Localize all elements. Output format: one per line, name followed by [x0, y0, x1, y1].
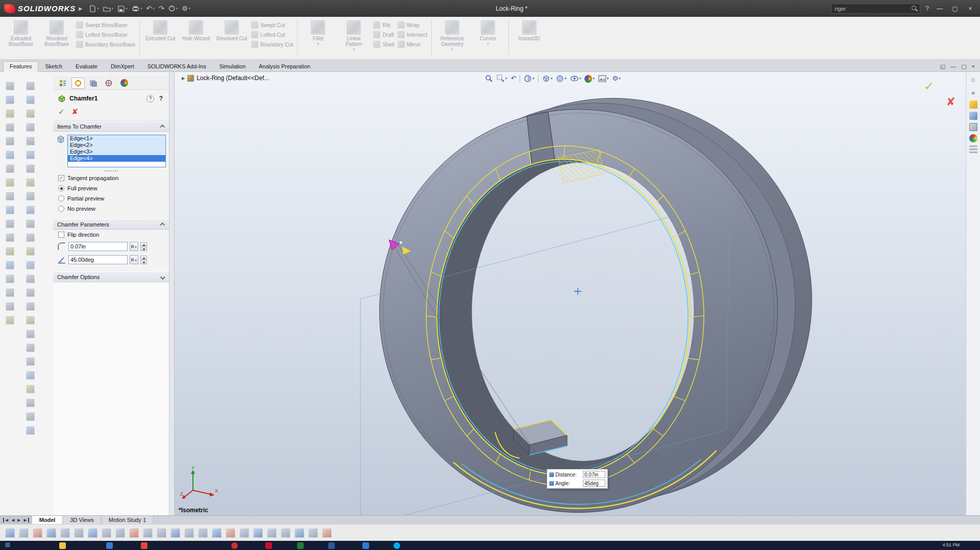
taskbar-app-icon[interactable] — [328, 542, 335, 549]
doc-restore-icon[interactable]: ▢ — [961, 63, 966, 70]
doc-dock-icon[interactable]: ◱ — [940, 63, 945, 70]
rib-button[interactable]: Rib — [372, 21, 396, 29]
hole-wizard-button[interactable]: Hole Wizard — [178, 19, 214, 43]
toolbar-icon[interactable] — [157, 528, 166, 538]
toolbar-icon[interactable] — [6, 206, 14, 214]
taskbar-app-icon[interactable] — [231, 542, 238, 549]
taskbar-app-icon[interactable] — [59, 542, 66, 549]
items-to-chamfer-header[interactable]: Items To Chamfer — [53, 121, 169, 132]
toolbar-icon[interactable] — [26, 261, 35, 269]
zoom-area-button[interactable]: ▾ — [497, 74, 507, 83]
apply-scene-button[interactable]: ▾ — [598, 75, 609, 82]
radio-icon[interactable] — [58, 206, 64, 212]
start-button[interactable]: ⊞ — [0, 541, 15, 549]
extruded-boss-base-button[interactable]: Extruded Boss/Base — [3, 19, 39, 48]
shell-button[interactable]: Shell — [372, 40, 396, 48]
angle-input[interactable] — [68, 255, 128, 264]
toolbar-icon[interactable] — [6, 178, 14, 187]
chevron-down-icon[interactable]: ▾ — [579, 77, 581, 81]
configuration-manager-tab[interactable] — [87, 78, 100, 89]
toolbar-icon[interactable] — [6, 233, 14, 242]
spin-up-button[interactable] — [140, 256, 147, 260]
toolbar-icon[interactable] — [6, 316, 14, 324]
spin-down-button[interactable] — [140, 260, 147, 264]
appearances-icon[interactable] — [969, 134, 977, 142]
toolbar-icon[interactable] — [26, 178, 35, 187]
radio-icon[interactable] — [58, 195, 64, 202]
intersect-button[interactable]: Intersect — [396, 31, 429, 39]
toolbar-icon[interactable] — [26, 274, 35, 283]
checkbox-icon[interactable] — [58, 232, 64, 238]
toolbar-icon[interactable] — [115, 528, 125, 538]
toolbar-icon[interactable] — [60, 528, 70, 538]
swept-boss-base-button[interactable]: Swept Boss/Base — [75, 21, 137, 29]
ok-button[interactable]: ✓ — [58, 107, 65, 116]
property-manager-tab[interactable] — [71, 78, 85, 89]
swept-cut-button[interactable]: Swept Cut — [250, 21, 295, 29]
taskbar-clock[interactable]: 4:51 PM — [942, 542, 960, 547]
toolbar-icon[interactable] — [6, 192, 14, 201]
chevron-down-icon[interactable]: ▾ — [353, 47, 355, 52]
new-file-button[interactable]: ▾ — [87, 4, 101, 13]
chevron-down-icon[interactable]: ▾ — [619, 77, 621, 81]
dimxpert-manager-tab[interactable] — [102, 78, 115, 89]
file-explorer-icon[interactable] — [969, 112, 977, 120]
toolbar-icon[interactable] — [26, 330, 35, 338]
chevron-down-icon[interactable]: ▾ — [593, 77, 595, 81]
search-input[interactable] — [834, 5, 911, 12]
toolbar-icon[interactable] — [6, 137, 14, 145]
toolbar-icon[interactable] — [281, 528, 290, 538]
distance-input[interactable] — [68, 242, 128, 251]
toolbar-icon[interactable] — [170, 528, 180, 538]
expand-tree-icon[interactable]: ▶ — [182, 76, 185, 81]
edge-list-item[interactable]: Edge<2> — [68, 142, 165, 148]
toolbar-icon[interactable] — [212, 528, 222, 538]
confirm-cancel-button[interactable]: ✘ — [946, 95, 955, 109]
options-button[interactable]: ⚙▾ — [180, 4, 192, 13]
toolbar-icon[interactable] — [6, 261, 14, 269]
toolbar-icon[interactable] — [33, 528, 42, 538]
toolbar-icon[interactable] — [26, 95, 35, 104]
search-icon[interactable] — [911, 5, 918, 12]
edge-list-item[interactable]: Edge<3> — [68, 148, 165, 155]
save-button[interactable]: ▾ — [116, 4, 129, 13]
toolbar-icon[interactable] — [6, 109, 14, 118]
distance-value[interactable]: 0.07in — [583, 471, 605, 478]
toolbar-icon[interactable] — [26, 247, 35, 256]
chevron-down-icon[interactable]: ▾ — [317, 42, 320, 46]
toolbar-icon[interactable] — [6, 123, 14, 132]
toolbar-icon[interactable] — [6, 219, 14, 228]
lofted-boss-base-button[interactable]: Lofted Boss/Base — [75, 31, 137, 39]
toolbar-icon[interactable] — [26, 151, 35, 159]
section-view-button[interactable]: ▾ — [524, 74, 534, 83]
toolbar-icon[interactable] — [295, 528, 304, 538]
no-preview-radio[interactable]: No preview — [53, 204, 169, 214]
chevron-down-icon[interactable]: ▾ — [487, 42, 489, 46]
confirm-ok-button[interactable]: ✓ — [924, 79, 934, 93]
toolbar-icon[interactable] — [88, 528, 97, 538]
help-icon[interactable]: ? — [146, 95, 154, 103]
taskbar-app-icon[interactable] — [297, 542, 304, 549]
toolbar-icon[interactable] — [26, 219, 35, 228]
revolved-cut-button[interactable]: Revolved Cut — [214, 19, 250, 43]
first-tab-button[interactable]: ◀ — [3, 518, 9, 522]
design-library-icon[interactable] — [969, 101, 977, 109]
view-palette-icon[interactable] — [969, 123, 977, 131]
toolbar-icon[interactable] — [198, 528, 208, 538]
toolbar-icon[interactable] — [6, 274, 14, 283]
display-style-button[interactable]: ▾ — [556, 74, 567, 83]
restore-button[interactable]: ▢ — [949, 4, 961, 14]
chevron-down-icon[interactable]: ▾ — [97, 7, 99, 11]
lock-ring-model[interactable] — [175, 72, 966, 515]
doc-close-icon[interactable]: × — [972, 63, 975, 70]
prev-tab-button[interactable]: ◀ — [10, 518, 15, 522]
toolbar-icon[interactable] — [239, 528, 249, 538]
toolbar-icon[interactable] — [26, 82, 35, 90]
chevron-down-icon[interactable]: ▾ — [189, 7, 191, 11]
toolbar-icon[interactable] — [26, 357, 35, 366]
tab-evaluate[interactable]: Evaluate — [69, 61, 104, 71]
redo-button[interactable]: ↷ — [157, 4, 166, 13]
view-orientation-button[interactable]: ▾ — [542, 74, 553, 83]
doc-minimize-icon[interactable]: — — [950, 63, 956, 70]
undo-button[interactable]: ↶▾ — [144, 4, 156, 13]
